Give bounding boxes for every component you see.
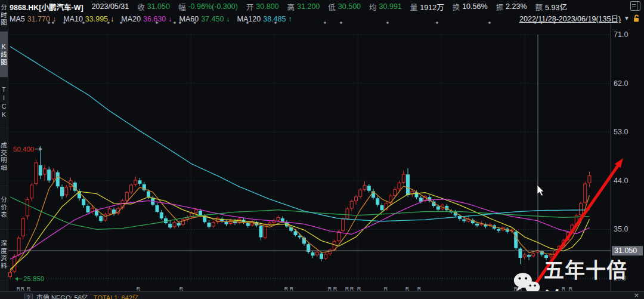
field-low: 低30.500 bbox=[328, 1, 361, 13]
ma60-readout: MA6037.450↓ bbox=[179, 15, 230, 23]
field-amplitude: 振2.23% bbox=[496, 1, 527, 13]
sidebar-item-depth-info[interactable]: 深度资料 bbox=[0, 230, 8, 280]
sidebar-item-price-table[interactable]: 分价表 bbox=[0, 186, 8, 230]
svg-text:25.850: 25.850 bbox=[23, 275, 44, 282]
ma5-readout: MA531.770↓ bbox=[10, 15, 56, 23]
ma10-readout: MA1033.995↓ bbox=[63, 15, 114, 23]
sidebar-item-kline[interactable]: K线图 bbox=[0, 32, 8, 78]
symbol-name[interactable]: 9868.HK[小鹏汽车-W] bbox=[10, 1, 83, 13]
left-toolbar: 分时图 K线图 TICK 成交明细 分价表 深度资料 bbox=[0, 0, 8, 292]
kline-svg: ********************RRRRRRRRRRRRRRRRRRRR… bbox=[8, 17, 644, 292]
status-bar: ? 市值 NEGO: 56亿, TOTAL1: 642亿, ✕ bbox=[0, 291, 644, 299]
mouse-cursor bbox=[537, 185, 544, 196]
kline-chart[interactable]: ********************RRRRRRRRRRRRRRRRRRRR… bbox=[8, 17, 644, 292]
svg-text:71.0: 71.0 bbox=[614, 30, 628, 39]
chevron-down-icon[interactable]: ▼ bbox=[624, 15, 630, 21]
quote-header: 9868.HK[小鹏汽车-W] 2023/05/31 收31.050 幅-0.9… bbox=[10, 0, 644, 13]
ma20-readout: MA2036.630↓ bbox=[121, 15, 172, 23]
field-amount: 额5.93亿 bbox=[535, 1, 567, 13]
total-cap-text: TOTAL1: 642亿, bbox=[94, 292, 141, 299]
down-arrow-icon: ↓ bbox=[52, 15, 56, 23]
ma120-readout: MA12038.485↑ bbox=[237, 15, 292, 23]
help-icon[interactable]: ? bbox=[24, 294, 33, 299]
market-cap-text: 市值 NEGO: 56亿, bbox=[36, 292, 90, 299]
field-turnover: 换10.56% bbox=[453, 1, 488, 13]
field-high: 高31.200 bbox=[287, 1, 320, 13]
sidebar-item-trade-detail[interactable]: 成交明细 bbox=[0, 128, 8, 186]
svg-text:50.400: 50.400 bbox=[13, 146, 34, 153]
quote-date: 2023/05/31 bbox=[92, 2, 129, 11]
field-open: 开30.800 bbox=[246, 1, 279, 13]
svg-text:62.0: 62.0 bbox=[614, 79, 628, 88]
field-change: 幅-0.96%(-0.300) bbox=[178, 1, 238, 13]
svg-text:44.0: 44.0 bbox=[614, 177, 628, 185]
down-arrow-icon: ↓ bbox=[168, 15, 172, 23]
down-arrow-icon: ↓ bbox=[110, 15, 114, 23]
date-range-selector[interactable]: 2022/11/28-2023/06/19(135日) ▼ bbox=[519, 13, 640, 24]
sidebar-item-tick[interactable]: TICK bbox=[0, 78, 8, 128]
close-icon[interactable]: ✕ bbox=[634, 292, 639, 299]
field-avg: 均30.991 bbox=[369, 1, 402, 13]
down-arrow-icon: ↓ bbox=[226, 15, 230, 23]
svg-text:53.0: 53.0 bbox=[614, 128, 628, 136]
field-volume: 量1912万 bbox=[410, 1, 444, 13]
svg-text:35.0: 35.0 bbox=[614, 225, 628, 233]
date-range-label[interactable]: 2022/11/28-2023/06/19(135日) bbox=[519, 13, 621, 24]
sidebar-item-timeline[interactable]: 分时图 bbox=[0, 0, 8, 32]
stock-app-window: 9868.HK[小鹏汽车-W] 2023/05/31 收31.050 幅-0.9… bbox=[0, 0, 644, 299]
up-arrow-icon: ↑ bbox=[288, 15, 292, 23]
field-close: 收31.050 bbox=[137, 1, 170, 13]
unlock-icon[interactable] bbox=[633, 14, 640, 23]
